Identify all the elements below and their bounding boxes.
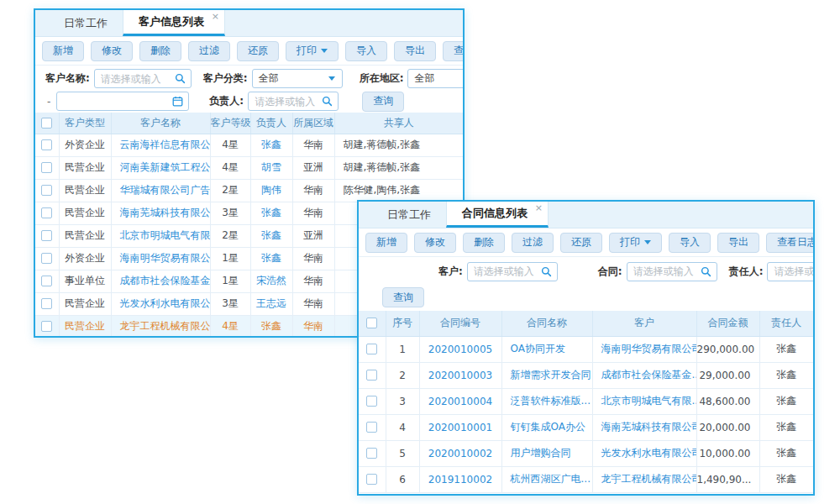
add-button[interactable]: 新增 — [42, 41, 84, 61]
edit-button[interactable]: 修改 — [414, 233, 456, 253]
add-button[interactable]: 新增 — [365, 233, 407, 253]
table-row[interactable]: 52020010002用户增购合同光发水利水电有限公司10,000.00张鑫 — [359, 440, 813, 466]
cell-link[interactable]: 陶伟 — [250, 179, 292, 202]
export-button[interactable]: 导出 — [394, 41, 436, 61]
delete-button[interactable]: 删除 — [463, 233, 505, 253]
cell-link[interactable]: 北京市明城电气有限... — [592, 388, 696, 414]
row-checkbox[interactable] — [366, 370, 377, 381]
cell-link[interactable]: 海南明华贸易有限公司 — [111, 247, 210, 270]
row-checkbox[interactable] — [41, 298, 52, 309]
calendar-icon[interactable] — [172, 96, 183, 107]
row-checkbox[interactable] — [41, 321, 52, 332]
select-all-checkbox[interactable] — [366, 318, 377, 328]
cell-link[interactable]: 2020010005 — [419, 336, 501, 362]
select-all-checkbox[interactable] — [41, 118, 52, 129]
query-button[interactable]: 查询 — [362, 92, 404, 112]
restore-button[interactable]: 还原 — [237, 41, 279, 61]
close-icon[interactable]: × — [535, 203, 543, 213]
customer-input[interactable] — [468, 265, 541, 277]
cell-link[interactable]: 泛普软件标准版... — [501, 388, 592, 414]
row-checkbox[interactable] — [366, 344, 377, 354]
search-icon[interactable] — [541, 266, 552, 277]
cell-link[interactable]: 光发水利水电有限公司 — [592, 440, 696, 466]
tab-daily-work[interactable]: 日常工作 — [372, 202, 446, 228]
customer-category-select[interactable]: 全部 — [252, 69, 343, 88]
cell-link[interactable]: 2020010004 — [419, 388, 501, 414]
view-log-button[interactable]: 查看日志 — [766, 233, 815, 253]
cell-link[interactable]: 云南海祥信息有限公司 — [111, 134, 210, 156]
cell-link[interactable]: 光发水利水电有限公司 — [111, 292, 210, 315]
tab-daily-work[interactable]: 日常工作 — [49, 10, 123, 36]
row-checkbox[interactable] — [41, 139, 52, 150]
close-icon[interactable]: × — [212, 12, 219, 21]
cell-link[interactable]: 2020010001 — [419, 414, 501, 440]
cell-link[interactable]: 成都市社会保险基金... — [592, 362, 696, 388]
customer-name-input[interactable] — [95, 73, 175, 85]
table-row[interactable]: 民营企业华瑞城有限公司广告...2星陶伟华南陈华健,陶伟,张鑫 — [35, 179, 463, 202]
cell-link[interactable]: 2020010002 — [419, 440, 501, 466]
row-checkbox[interactable] — [41, 253, 52, 264]
edit-button[interactable]: 修改 — [91, 41, 133, 61]
cell-link[interactable]: 杭州西湖区广电... — [501, 466, 592, 492]
cell-link[interactable]: 宋浩然 — [250, 270, 292, 292]
row-checkbox[interactable] — [41, 207, 52, 218]
row-checkbox[interactable] — [41, 185, 52, 196]
filter-button[interactable]: 过滤 — [188, 41, 230, 61]
cell-link[interactable]: 成都市社会保险基金... — [111, 270, 210, 292]
row-checkbox[interactable] — [366, 474, 377, 485]
search-icon[interactable] — [175, 73, 186, 84]
cell-link[interactable]: 张鑫 — [250, 134, 292, 156]
table-row[interactable]: 民营企业河南美新建筑工程公司4星胡雪亚洲胡建,蒋德帧,张鑫 — [35, 156, 463, 179]
cell-link[interactable]: 龙宇工程机械有限公司 — [111, 315, 210, 338]
cell-link[interactable]: OA协同开发 — [501, 336, 592, 362]
owner-input[interactable] — [249, 96, 322, 108]
table-row[interactable]: 62019110002杭州西湖区广电...龙宇工程机械有限公司1,490,90.… — [359, 466, 813, 492]
cell-link[interactable]: 新增需求开发合同 — [501, 362, 592, 388]
cell-link[interactable]: 胡雪 — [250, 156, 292, 179]
row-checkbox[interactable] — [366, 396, 377, 407]
search-icon[interactable] — [322, 96, 333, 107]
table-row[interactable]: 22020010003新增需求开发合同成都市社会保险基金...29,000.00… — [359, 362, 813, 388]
row-checkbox[interactable] — [366, 448, 377, 459]
owner-input[interactable] — [768, 265, 815, 277]
table-row[interactable]: 外资企业云南海祥信息有限公司4星张鑫华南胡建,蒋德帧,张鑫 — [35, 134, 463, 156]
region-select[interactable]: 全部 — [407, 69, 465, 88]
cell-link[interactable]: 2020010003 — [419, 362, 501, 388]
cell-link[interactable]: 河南美新建筑工程公司 — [111, 156, 210, 179]
export-button[interactable]: 导出 — [717, 233, 759, 253]
date-input[interactable] — [57, 96, 172, 108]
cell-link[interactable]: 张鑫 — [250, 247, 292, 270]
restore-button[interactable]: 还原 — [560, 233, 602, 253]
view-log-button[interactable]: 查看日志 — [443, 41, 465, 61]
search-icon[interactable] — [701, 266, 711, 277]
cell-link[interactable]: 用户增购合同 — [501, 440, 592, 466]
cell-link[interactable]: 海南明华贸易有限公司 — [592, 336, 696, 362]
table-row[interactable]: 32020010004泛普软件标准版...北京市明城电气有限...48,600.… — [359, 388, 813, 414]
tab-contract-list[interactable]: 合同信息列表 × — [446, 202, 549, 228]
filter-button[interactable]: 过滤 — [512, 233, 554, 253]
query-button[interactable]: 查询 — [382, 287, 424, 307]
row-checkbox[interactable] — [41, 230, 52, 241]
cell-link[interactable]: 2019110002 — [419, 466, 501, 492]
cell-link[interactable]: 王志远 — [250, 292, 292, 315]
print-button[interactable]: 打印 — [286, 41, 339, 61]
row-checkbox[interactable] — [366, 422, 377, 433]
table-row[interactable]: 42020010001钉钉集成OA办公海南芜城科技有限公司20,000.00张鑫 — [359, 414, 813, 440]
cell-link[interactable]: 钉钉集成OA办公 — [501, 414, 592, 440]
import-button[interactable]: 导入 — [345, 41, 387, 61]
cell-link[interactable]: 龙宇工程机械有限公司 — [592, 466, 696, 492]
tab-customer-list[interactable]: 客户信息列表 × — [123, 10, 225, 36]
contract-input[interactable] — [627, 265, 701, 277]
cell-link[interactable]: 张鑫 — [250, 315, 292, 338]
cell-link[interactable]: 张鑫 — [250, 202, 292, 224]
cell-link[interactable]: 海南芜城科技有限公司 — [111, 202, 210, 224]
row-checkbox[interactable] — [41, 276, 52, 286]
delete-button[interactable]: 删除 — [139, 41, 181, 61]
import-button[interactable]: 导入 — [669, 233, 711, 253]
cell-link[interactable]: 张鑫 — [250, 224, 292, 247]
cell-link[interactable]: 北京市明城电气有限... — [111, 224, 210, 247]
cell-link[interactable]: 海南芜城科技有限公司 — [592, 414, 696, 440]
cell-link[interactable]: 华瑞城有限公司广告... — [111, 179, 210, 202]
row-checkbox[interactable] — [41, 162, 52, 173]
print-button[interactable]: 打印 — [609, 233, 662, 253]
